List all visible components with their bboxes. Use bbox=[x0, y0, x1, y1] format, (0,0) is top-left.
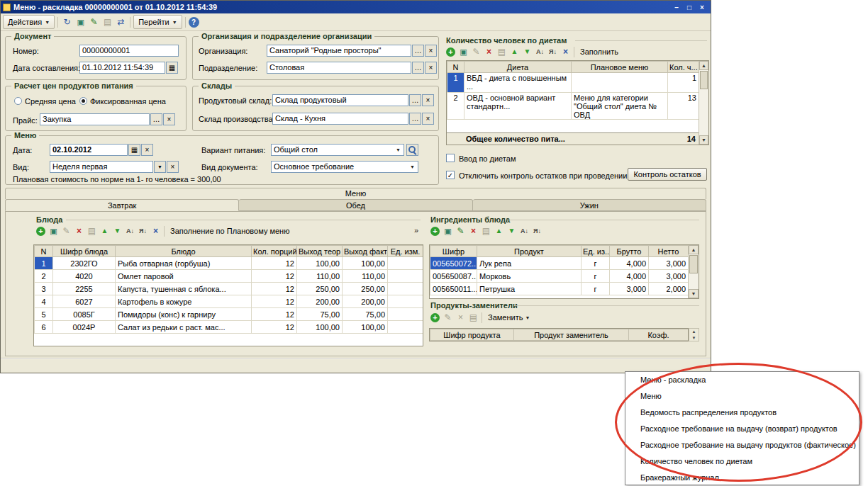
copy-row-icon[interactable]: ▣ bbox=[48, 225, 60, 237]
delete-row-icon[interactable]: × bbox=[455, 312, 467, 323]
yield-fact-cell[interactable]: 110,00 bbox=[343, 270, 388, 283]
dish-code-cell[interactable]: 2302ГО bbox=[53, 257, 116, 270]
column-header[interactable]: Продукт bbox=[477, 246, 582, 257]
row-number-cell[interactable]: 4 bbox=[35, 295, 53, 308]
copy-row-icon[interactable]: ▣ bbox=[457, 46, 469, 57]
dish-name-cell[interactable]: Рыба отварная (горбуша) bbox=[116, 257, 252, 270]
yield-theor-cell[interactable]: 250,00 bbox=[297, 283, 343, 295]
yield-theor-cell[interactable]: 200,00 bbox=[297, 295, 343, 308]
yield-theor-cell[interactable]: 110,00 bbox=[297, 270, 343, 283]
add-row-icon[interactable]: + bbox=[430, 227, 440, 236]
portions-cell[interactable]: 12 bbox=[252, 283, 297, 295]
yield-theor-cell[interactable]: 75,00 bbox=[297, 308, 343, 321]
menu-item-expense-request-return[interactable]: Расходное требование на выдачу (возврат)… bbox=[625, 421, 859, 437]
scroll-down-icon[interactable]: ▼ bbox=[689, 335, 699, 341]
portions-cell[interactable]: 12 bbox=[252, 270, 297, 283]
column-header[interactable]: Шифр bbox=[430, 246, 477, 257]
list-icon[interactable]: ▤ bbox=[101, 16, 113, 28]
menu-item-menu-layout[interactable]: Меню - раскладка bbox=[625, 372, 859, 388]
help-icon[interactable]: ? bbox=[189, 17, 199, 28]
maximize-icon[interactable]: □ bbox=[684, 4, 694, 11]
scroll-down-icon[interactable]: ▼ bbox=[689, 289, 699, 298]
column-header[interactable]: Продукт заменитель bbox=[514, 329, 629, 341]
yield-theor-cell[interactable]: 100,00 bbox=[297, 257, 343, 270]
scrollbar-thumb[interactable] bbox=[700, 71, 708, 89]
column-header[interactable]: Кол. порций bbox=[252, 246, 297, 257]
column-header[interactable]: Шифр продукта bbox=[430, 329, 514, 341]
delete-row-icon[interactable]: × bbox=[73, 225, 85, 237]
yield-fact-cell[interactable]: 100,00 bbox=[343, 321, 388, 334]
column-header[interactable]: Выход теор bbox=[297, 246, 343, 257]
clear-icon[interactable]: × bbox=[425, 62, 437, 74]
dropdown-icon[interactable]: ▼ bbox=[410, 164, 415, 169]
yield-fact-cell[interactable]: 200,00 bbox=[343, 295, 388, 308]
dish-name-cell[interactable]: Салат из редьки с раст. мас... bbox=[116, 321, 252, 334]
column-header[interactable]: Диета bbox=[464, 62, 572, 73]
by-diets-checkbox[interactable] bbox=[446, 154, 455, 162]
unit-cell[interactable]: г bbox=[582, 257, 610, 270]
plan-menu-cell[interactable]: Меню для категории "Общий стол" диета № … bbox=[572, 93, 668, 120]
scroll-down-icon[interactable]: ▼ bbox=[699, 135, 708, 145]
sort-desc-icon[interactable]: Я↓ bbox=[531, 225, 543, 237]
actions-button[interactable]: Действия ▼ bbox=[3, 15, 55, 29]
more-buttons-icon[interactable]: » bbox=[411, 226, 422, 234]
refresh-icon[interactable]: ↻ bbox=[61, 16, 73, 28]
move-down-icon[interactable]: ▼ bbox=[506, 225, 518, 237]
list-icon[interactable]: ▤ bbox=[480, 225, 492, 237]
scroll-up-icon[interactable]: ▲ bbox=[689, 329, 699, 335]
doc-type-input[interactable]: Основное требование bbox=[271, 161, 418, 173]
product-name-cell[interactable]: Морковь bbox=[477, 270, 582, 283]
cancel-search-icon[interactable]: × bbox=[560, 46, 572, 57]
plan-menu-cell[interactable] bbox=[572, 73, 668, 93]
move-down-icon[interactable]: ▼ bbox=[111, 225, 123, 237]
number-input[interactable]: 00000000001 bbox=[79, 45, 179, 57]
dropdown-icon[interactable]: ▼ bbox=[154, 161, 166, 173]
vertical-scrollbar[interactable]: ▲ ▼ bbox=[689, 328, 699, 341]
tab-menu-page[interactable]: Меню bbox=[5, 188, 706, 199]
menu-item-distribution-sheet[interactable]: Ведомость распределения продуктов bbox=[625, 405, 859, 421]
select-ellipsis-icon[interactable]: … bbox=[409, 94, 421, 106]
portions-cell[interactable]: 12 bbox=[252, 257, 297, 270]
tab-dinner[interactable]: Ужин bbox=[473, 199, 706, 211]
clear-icon[interactable]: × bbox=[422, 113, 434, 125]
select-ellipsis-icon[interactable]: … bbox=[412, 45, 424, 57]
meal-variant-input[interactable]: Общий стол bbox=[271, 144, 404, 156]
column-header[interactable]: Ед. из... bbox=[582, 246, 610, 257]
column-header[interactable]: Шифр блюда bbox=[53, 246, 116, 257]
delete-row-icon[interactable]: × bbox=[467, 225, 479, 237]
dish-code-cell[interactable]: 0024Р bbox=[53, 321, 116, 334]
replace-button[interactable]: Заменить ▼ bbox=[484, 312, 533, 322]
tab-l unch[interactable]: Обед bbox=[239, 199, 472, 211]
calendar-icon[interactable]: ▦ bbox=[166, 62, 178, 74]
menu-kind-input[interactable]: Неделя первая bbox=[50, 161, 153, 173]
sort-asc-icon[interactable]: А↓ bbox=[124, 225, 136, 237]
move-down-icon[interactable]: ▼ bbox=[521, 46, 533, 57]
product-name-cell[interactable]: Петрушка bbox=[477, 283, 582, 295]
product-code-cell[interactable]: 005650011... bbox=[430, 283, 477, 295]
row-number-cell[interactable]: 1 bbox=[35, 257, 53, 270]
row-number-cell[interactable]: 3 bbox=[35, 283, 53, 295]
price-input[interactable]: Закупка bbox=[40, 113, 150, 125]
cancel-search-icon[interactable]: × bbox=[150, 225, 162, 237]
dish-code-cell[interactable]: 2255 bbox=[53, 283, 116, 295]
dish-name-cell[interactable]: Омлет паровой bbox=[116, 270, 252, 283]
exchange-icon[interactable]: ⇄ bbox=[115, 16, 127, 28]
select-ellipsis-icon[interactable]: … bbox=[150, 113, 162, 125]
row-number-cell[interactable]: 5 bbox=[35, 308, 53, 321]
product-name-cell[interactable]: Лук репа bbox=[477, 257, 582, 270]
sort-asc-icon[interactable]: А↓ bbox=[518, 225, 530, 237]
column-header[interactable]: Выход факт bbox=[343, 246, 388, 257]
clear-icon[interactable]: × bbox=[422, 94, 434, 106]
fill-by-plan-button[interactable]: Заполнение по Плановому меню bbox=[167, 226, 293, 236]
select-ellipsis-icon[interactable]: … bbox=[409, 113, 421, 125]
edit-row-icon[interactable]: ✎ bbox=[442, 312, 454, 323]
gross-cell[interactable]: 3,000 bbox=[610, 283, 649, 295]
move-up-icon[interactable]: ▲ bbox=[508, 46, 521, 57]
yield-fact-cell[interactable]: 250,00 bbox=[343, 283, 388, 295]
menu-item-people-by-diets[interactable]: Количество человек по диетам bbox=[625, 453, 859, 470]
dish-name-cell[interactable]: Капуста, тушенная с яблока... bbox=[116, 283, 252, 295]
select-ellipsis-icon[interactable]: … bbox=[412, 62, 424, 74]
unit-cell[interactable] bbox=[388, 321, 423, 334]
row-number-cell[interactable]: 6 bbox=[35, 321, 53, 334]
sort-desc-icon[interactable]: Я↓ bbox=[137, 225, 149, 237]
